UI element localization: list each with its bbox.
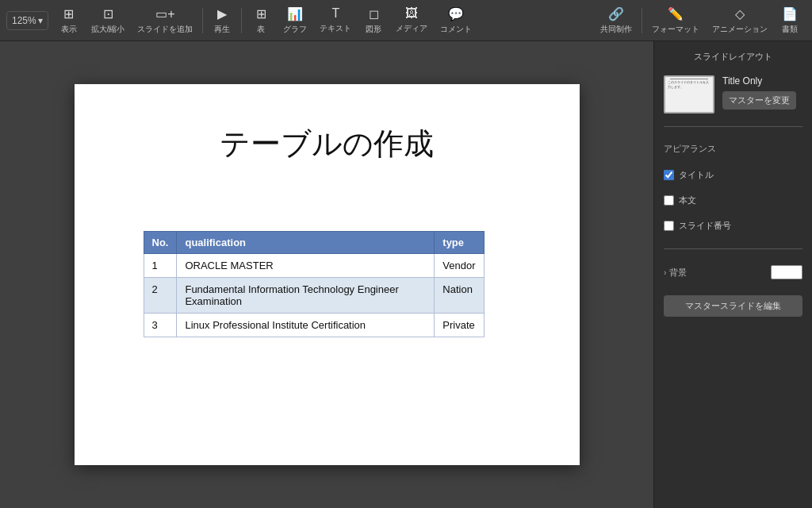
zoom-toggle-button[interactable]: ⊡ 拡大/縮小 bbox=[85, 3, 132, 38]
cell-type-1: Vendor bbox=[435, 254, 484, 278]
play-button[interactable]: ▶ 再生 bbox=[206, 3, 238, 38]
animate-tab-label: アニメーション bbox=[712, 24, 768, 35]
share-label: 共同制作 bbox=[600, 24, 632, 35]
col-header-qualification: qualification bbox=[177, 232, 435, 254]
text-label: テキスト bbox=[320, 23, 351, 34]
change-master-button[interactable]: マスターを変更 bbox=[722, 91, 796, 110]
appearance-label: アピアランス bbox=[664, 143, 802, 155]
play-label: 再生 bbox=[214, 24, 230, 35]
body-checkbox-label: 本文 bbox=[679, 194, 696, 206]
bg-arrow-icon: › bbox=[664, 268, 666, 277]
doc-icon: 📄 bbox=[782, 6, 798, 21]
format-tab-button[interactable]: ✏️ フォーマット bbox=[645, 3, 706, 38]
layout-info: Title Only マスターを変更 bbox=[722, 75, 796, 110]
comment-label: コメント bbox=[440, 24, 472, 35]
panel-title: スライドレイアウト bbox=[664, 51, 802, 63]
body-checkbox-row: 本文 bbox=[664, 194, 802, 206]
title-checkbox[interactable] bbox=[664, 170, 674, 180]
cell-no-2: 2 bbox=[144, 278, 177, 314]
table-row: 3 Linux Professional Institute Certifica… bbox=[144, 314, 484, 337]
layout-thumbnail: このスライドのタイトルを入力します。 bbox=[664, 75, 714, 114]
cell-qual-3: Linux Professional Institute Certificati… bbox=[177, 314, 435, 337]
shape-icon: ◻ bbox=[369, 6, 379, 21]
cell-type-3: Private bbox=[435, 314, 484, 337]
zoom-toggle-icon: ⊡ bbox=[103, 6, 113, 21]
share-button[interactable]: 🔗 共同制作 bbox=[594, 3, 638, 38]
media-button[interactable]: 🖼 メディア bbox=[389, 3, 434, 37]
zoom-arrow: ▾ bbox=[38, 15, 43, 26]
cell-no-1: 1 bbox=[144, 254, 177, 278]
text-icon: T bbox=[332, 6, 340, 21]
cell-type-2: Nation bbox=[435, 278, 484, 314]
divider-3 bbox=[642, 8, 642, 33]
divider-bg bbox=[664, 248, 802, 249]
graph-label: グラフ bbox=[283, 24, 307, 35]
comment-button[interactable]: 💬 コメント bbox=[434, 3, 478, 38]
table-icon: ⊞ bbox=[256, 6, 266, 21]
divider-2 bbox=[241, 8, 242, 33]
play-icon: ▶ bbox=[217, 6, 227, 21]
cell-no-3: 3 bbox=[144, 314, 177, 337]
layout-preview-area: このスライドのタイトルを入力します。 Title Only マスターを変更 bbox=[664, 75, 802, 114]
share-icon: 🔗 bbox=[608, 6, 624, 21]
edit-master-button[interactable]: マスタースライドを編集 bbox=[664, 295, 802, 317]
view-label: 表示 bbox=[61, 24, 77, 35]
slide-title: テーブルの作成 bbox=[75, 124, 580, 164]
shape-label: 図形 bbox=[366, 24, 381, 35]
comment-icon: 💬 bbox=[448, 6, 464, 21]
table-row: 1 ORACLE MASTER Vendor bbox=[144, 254, 484, 278]
add-slide-icon: ▭+ bbox=[155, 6, 174, 21]
add-slide-button[interactable]: ▭+ スライドを追加 bbox=[131, 3, 199, 38]
doc-tab-button[interactable]: 📄 書類 bbox=[774, 3, 806, 38]
media-icon: 🖼 bbox=[405, 6, 418, 21]
table-label: 表 bbox=[257, 24, 265, 35]
zoom-control[interactable]: 125% ▾ bbox=[6, 11, 48, 30]
col-header-no: No. bbox=[144, 232, 177, 254]
thumbnail-line bbox=[670, 79, 708, 79]
layout-name: Title Only bbox=[722, 75, 796, 87]
divider-appearance bbox=[664, 126, 802, 127]
zoom-toggle-label: 拡大/縮小 bbox=[91, 24, 125, 35]
cell-qual-1: ORACLE MASTER bbox=[177, 254, 435, 278]
graph-icon: 📊 bbox=[287, 6, 303, 21]
format-icon: ✏️ bbox=[668, 6, 684, 21]
text-button[interactable]: T テキスト bbox=[313, 3, 358, 37]
table-button[interactable]: ⊞ 表 bbox=[245, 3, 277, 38]
right-panel: スライドレイアウト このスライドのタイトルを入力します。 Title Only … bbox=[653, 41, 812, 508]
doc-tab-label: 書類 bbox=[782, 24, 798, 35]
zoom-level: 125% bbox=[12, 15, 36, 26]
slidenum-checkbox-row: スライド番号 bbox=[664, 220, 802, 232]
animate-icon: ◇ bbox=[735, 6, 745, 21]
body-checkbox[interactable] bbox=[664, 195, 674, 206]
divider-1 bbox=[202, 8, 203, 33]
table-row: 2 Fundamental Information Technology Eng… bbox=[144, 278, 484, 314]
bg-label: 背景 bbox=[669, 267, 687, 279]
slidenum-checkbox-label: スライド番号 bbox=[679, 220, 731, 232]
background-row: › 背景 bbox=[664, 265, 802, 279]
slide-area: テーブルの作成 No. qualification type 1 ORACLE … bbox=[0, 41, 653, 508]
view-icon: ⊞ bbox=[63, 6, 74, 21]
view-button[interactable]: ⊞ 表示 bbox=[53, 3, 85, 38]
slide[interactable]: テーブルの作成 No. qualification type 1 ORACLE … bbox=[75, 84, 580, 465]
thumbnail-text: このスライドのタイトルを入力します。 bbox=[668, 80, 710, 89]
add-slide-label: スライドを追加 bbox=[137, 24, 193, 35]
main-area: テーブルの作成 No. qualification type 1 ORACLE … bbox=[0, 41, 812, 508]
format-tab-label: フォーマット bbox=[652, 24, 699, 35]
media-label: メディア bbox=[396, 23, 427, 34]
toolbar: 125% ▾ ⊞ 表示 ⊡ 拡大/縮小 ▭+ スライドを追加 ▶ 再生 ⊞ 表 … bbox=[0, 0, 812, 41]
animate-tab-button[interactable]: ◇ アニメーション bbox=[706, 3, 774, 38]
title-checkbox-row: タイトル bbox=[664, 169, 802, 181]
graph-button[interactable]: 📊 グラフ bbox=[277, 3, 313, 38]
slidenum-checkbox[interactable] bbox=[664, 221, 674, 231]
cell-qual-2: Fundamental Information Technology Engin… bbox=[177, 278, 435, 314]
slide-table: No. qualification type 1 ORACLE MASTER V… bbox=[144, 231, 485, 337]
col-header-type: type bbox=[435, 232, 484, 254]
bg-section: › 背景 bbox=[664, 267, 687, 279]
shape-button[interactable]: ◻ 図形 bbox=[358, 3, 389, 38]
title-checkbox-label: タイトル bbox=[679, 169, 714, 181]
bg-color-swatch[interactable] bbox=[771, 265, 802, 279]
